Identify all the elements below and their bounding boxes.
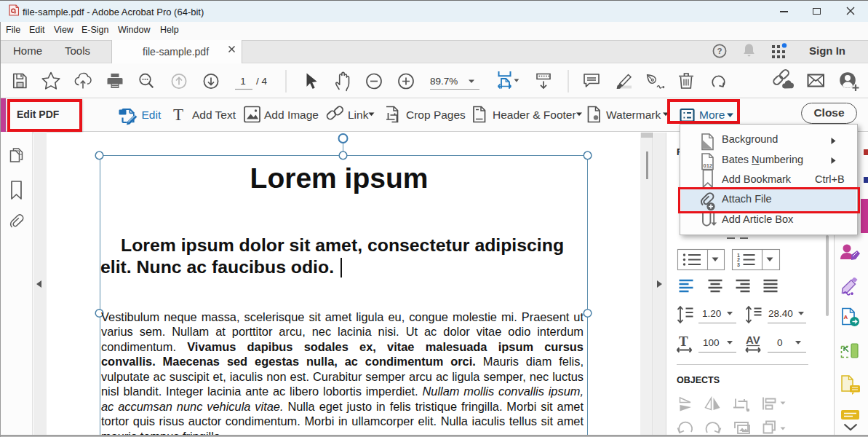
svg-text:T: T (679, 334, 688, 349)
svg-text:Watermark: Watermark (606, 109, 661, 121)
svg-text:100: 100 (703, 337, 720, 348)
svg-text:28.40: 28.40 (768, 308, 793, 319)
svg-text:3: 3 (737, 262, 740, 267)
svg-text:1: 1 (240, 76, 246, 87)
svg-text:?: ? (717, 47, 722, 55)
svg-text:Add Text: Add Text (192, 109, 236, 121)
svg-text:Header & Footer: Header & Footer (493, 109, 576, 121)
svg-text:89.7%: 89.7% (430, 76, 458, 87)
svg-text:0: 0 (777, 337, 783, 348)
svg-text:012: 012 (704, 162, 713, 169)
svg-text:Link: Link (348, 109, 369, 121)
svg-text:Edit: Edit (142, 109, 162, 121)
svg-text:/ 4: / 4 (256, 76, 268, 87)
svg-text:A: A (844, 314, 848, 320)
svg-text:Crop Pages: Crop Pages (406, 109, 466, 121)
svg-text:AV: AV (746, 334, 760, 346)
svg-text:T: T (173, 106, 183, 124)
svg-text:Add Image: Add Image (264, 109, 319, 121)
svg-text:1.20: 1.20 (702, 308, 721, 319)
